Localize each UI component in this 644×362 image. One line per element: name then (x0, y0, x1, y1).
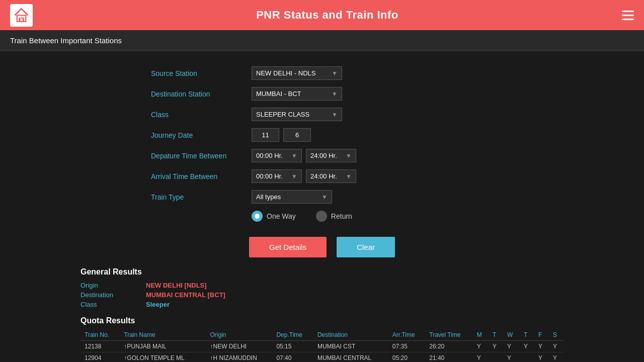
cell-train-name: ↑PUNJAB MAIL (120, 341, 206, 352)
departure-to-dropdown[interactable]: 24:00 Hr. ▼ (306, 149, 356, 162)
general-results-title: General Results (80, 267, 564, 277)
sub-header: Train Between Important Stations (0, 30, 644, 51)
journey-date-label: Journey Date (151, 131, 252, 139)
class-dropdown[interactable]: SLEEPER CLASS ▼ (252, 108, 342, 121)
col-train-name: Train Name (120, 329, 206, 341)
clear-button[interactable]: Clear (337, 237, 395, 257)
arrival-from-value: 00:00 Hr. (256, 172, 283, 180)
menu-icon[interactable] (622, 11, 634, 20)
cell-t1 (489, 352, 503, 363)
one-way-label: One Way (267, 212, 296, 220)
journey-date-month[interactable] (283, 128, 311, 142)
search-form: Source Station NEW DELHI - NDLS ▼ Destin… (151, 66, 493, 222)
cell-destination: MUMBAI CST (313, 341, 388, 352)
cell-train-no: 12138 (80, 341, 120, 352)
col-t: T (489, 329, 503, 341)
train-type-dropdown[interactable]: All types ▼ (252, 190, 332, 204)
table-header: Train No. Train Name Origin Dep.Time Des… (80, 329, 564, 341)
cell-w: Y (503, 352, 520, 363)
col-m: M (473, 329, 489, 341)
gr-class-value: Sleeper (146, 301, 564, 308)
journey-date-day[interactable] (252, 128, 279, 142)
col-destination: Destination (313, 329, 388, 341)
cell-arr-time: 07:35 (388, 341, 425, 352)
arrival-to-dropdown[interactable]: 24:00 Hr. ▼ (306, 169, 356, 183)
svg-point-3 (22, 19, 24, 21)
table-header-row: Train No. Train Name Origin Dep.Time Des… (80, 329, 564, 341)
table-body: 12138 ↑PUNJAB MAIL ↑NEW DELHI 05:15 MUMB… (80, 341, 564, 363)
cell-origin: ↑NEW DELHI (206, 341, 272, 352)
cell-t2: Y (520, 341, 534, 352)
header: PNR Status and Train Info (0, 0, 644, 30)
train-type-label: Train Type (151, 193, 252, 201)
source-station-value: NEW DELHI - NDLS (256, 69, 315, 77)
departure-to-arrow: ▼ (346, 152, 352, 159)
source-station-dropdown[interactable]: NEW DELHI - NDLS ▼ (252, 66, 342, 80)
departure-from-value: 00:00 Hr. (256, 152, 283, 159)
departure-from-dropdown[interactable]: 00:00 Hr. ▼ (252, 149, 302, 162)
class-dropdown-arrow: ▼ (332, 111, 338, 118)
source-dropdown-arrow: ▼ (332, 70, 338, 77)
arrival-to-arrow: ▼ (346, 173, 352, 180)
col-dep-time: Dep.Time (272, 329, 313, 341)
class-value: SLEEPER CLASS (256, 111, 309, 118)
train-type-arrow: ▼ (321, 194, 328, 201)
gr-origin-value: NEW DELHI [NDLS] (146, 282, 564, 289)
train-type-value: All types (256, 193, 281, 201)
journey-date-row: Journey Date (151, 128, 493, 142)
cell-dep-time: 07:40 (272, 352, 313, 363)
trip-type-row: One Way Return (252, 211, 493, 222)
cell-travel-time: 26:20 (425, 341, 472, 352)
arrival-from-arrow: ▼ (291, 173, 297, 180)
table-row[interactable]: 12904 ↑GOLON TEMPLE ML ↑H NIZAMUDDIN 07:… (80, 352, 564, 363)
general-results-grid: Origin NEW DELHI [NDLS] Destination MUMB… (80, 282, 564, 308)
departure-time-pair: 00:00 Hr. ▼ 24:00 Hr. ▼ (252, 149, 356, 162)
col-travel-time: Travel Time (425, 329, 472, 341)
return-option[interactable]: Return (316, 211, 352, 222)
gr-origin-label: Origin (80, 282, 141, 289)
gr-destination-value: MUMBAI CENTRAL [BCT] (146, 291, 564, 299)
departure-from-arrow: ▼ (291, 152, 297, 159)
col-origin: Origin (206, 329, 272, 341)
gr-class-label: Class (80, 301, 141, 308)
cell-s: Y (549, 352, 564, 363)
arrival-label: Arrival Time Between (151, 172, 252, 180)
quota-results-table: Train No. Train Name Origin Dep.Time Des… (80, 329, 564, 362)
date-pair (252, 128, 311, 142)
arrival-time-row: Arrival Time Between 00:00 Hr. ▼ 24:00 H… (151, 169, 493, 183)
col-t2: T (520, 329, 534, 341)
arrival-from-dropdown[interactable]: 00:00 Hr. ▼ (252, 169, 302, 183)
cell-arr-time: 05:20 (388, 352, 425, 363)
header-title: PNR Status and Train Info (256, 9, 398, 22)
destination-station-value: MUMBAI - BCT (256, 90, 301, 98)
departure-to-value: 24:00 Hr. (310, 152, 337, 159)
cell-w: Y (503, 341, 520, 352)
results-container: General Results Origin NEW DELHI [NDLS] … (80, 267, 564, 362)
cell-train-name: ↑GOLON TEMPLE ML (120, 352, 206, 363)
cell-train-no: 12904 (80, 352, 120, 363)
cell-travel-time: 21:40 (425, 352, 472, 363)
col-train-no: Train No. (80, 329, 120, 341)
get-details-button[interactable]: Get Details (249, 237, 327, 257)
one-way-option[interactable]: One Way (252, 211, 296, 222)
cell-t1: Y (489, 341, 503, 352)
one-way-radio[interactable] (252, 211, 263, 222)
cell-origin: ↑H NIZAMUDDIN (206, 352, 272, 363)
cell-destination: MUMBAI CENTRAL (313, 352, 388, 363)
cell-f: Y (534, 341, 549, 352)
departure-time-row: Depature Time Between 00:00 Hr. ▼ 24:00 … (151, 149, 493, 162)
return-radio[interactable] (316, 211, 327, 222)
arrival-time-pair: 00:00 Hr. ▼ 24:00 Hr. ▼ (252, 169, 356, 183)
cell-dep-time: 05:15 (272, 341, 313, 352)
source-station-row: Source Station NEW DELHI - NDLS ▼ (151, 66, 493, 80)
main-content: Source Station NEW DELHI - NDLS ▼ Destin… (0, 51, 644, 362)
cell-s: Y (549, 341, 564, 352)
col-arr-time: Arr.Time (388, 329, 425, 341)
cell-m: Y (473, 341, 489, 352)
table-row[interactable]: 12138 ↑PUNJAB MAIL ↑NEW DELHI 05:15 MUMB… (80, 341, 564, 352)
train-type-row: Train Type All types ▼ (151, 190, 493, 204)
destination-station-dropdown[interactable]: MUMBAI - BCT ▼ (252, 87, 342, 101)
destination-label: Destination Station (151, 90, 252, 98)
cell-t2 (520, 352, 534, 363)
destination-dropdown-arrow: ▼ (332, 90, 338, 98)
